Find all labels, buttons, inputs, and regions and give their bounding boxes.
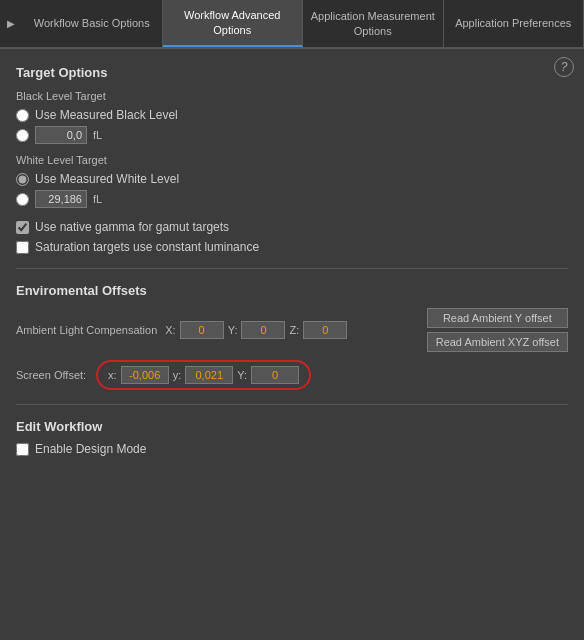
black-level-radio1[interactable] xyxy=(16,109,29,122)
screen-offset-row: Screen Offset: x: y: Y: xyxy=(16,360,568,390)
ambient-y-label: Y: xyxy=(228,324,238,336)
env-offsets-title: Enviromental Offsets xyxy=(16,283,568,298)
white-level-value-input[interactable] xyxy=(35,190,87,208)
saturation-label: Saturation targets use constant luminanc… xyxy=(35,240,259,254)
main-content: ? Target Options Black Level Target Use … xyxy=(0,49,584,640)
black-level-value-input[interactable] xyxy=(35,126,87,144)
ambient-y-input[interactable] xyxy=(241,321,285,339)
tab-workflow-advanced[interactable]: Workflow Advanced Options xyxy=(163,0,304,47)
tab-app-preferences[interactable]: Application Preferences xyxy=(444,0,585,47)
environmental-offsets-section: Enviromental Offsets Ambient Light Compe… xyxy=(16,283,568,390)
white-level-label: White Level Target xyxy=(16,154,568,166)
screen-x-input[interactable] xyxy=(121,366,169,384)
black-level-unit: fL xyxy=(93,129,102,141)
screen-Y-uppercase-label: Y: xyxy=(237,369,247,381)
white-level-radio2[interactable] xyxy=(16,193,29,206)
white-level-radio2-row: fL xyxy=(16,190,568,208)
target-options-title: Target Options xyxy=(16,65,568,80)
tab-bar: ▶ Workflow Basic Options Workflow Advanc… xyxy=(0,0,584,49)
ambient-x-input[interactable] xyxy=(180,321,224,339)
saturation-checkbox-row: Saturation targets use constant luminanc… xyxy=(16,240,568,254)
edit-workflow-title: Edit Workflow xyxy=(16,419,568,434)
ambient-z-input[interactable] xyxy=(303,321,347,339)
saturation-checkbox[interactable] xyxy=(16,241,29,254)
black-level-radio1-row: Use Measured Black Level xyxy=(16,108,568,122)
screen-Y-input[interactable] xyxy=(251,366,299,384)
screen-x-lowercase-label: x: xyxy=(108,369,117,381)
tab-arrow-icon[interactable]: ▶ xyxy=(0,0,22,47)
ambient-light-row: Ambient Light Compensation X: Y: Z: Read… xyxy=(16,308,568,352)
native-gamma-checkbox-row: Use native gamma for gamut targets xyxy=(16,220,568,234)
white-level-option1-label: Use Measured White Level xyxy=(35,172,179,186)
read-ambient-xyz-button[interactable]: Read Ambient XYZ offset xyxy=(427,332,568,352)
black-level-radio2[interactable] xyxy=(16,129,29,142)
screen-y-input[interactable] xyxy=(185,366,233,384)
screen-y-lowercase-label: y: xyxy=(173,369,182,381)
divider-2 xyxy=(16,404,568,405)
white-level-unit: fL xyxy=(93,193,102,205)
design-mode-checkbox[interactable] xyxy=(16,443,29,456)
ambient-light-label: Ambient Light Compensation xyxy=(16,324,157,336)
help-icon[interactable]: ? xyxy=(554,57,574,77)
native-gamma-label: Use native gamma for gamut targets xyxy=(35,220,229,234)
white-level-radio1-row: Use Measured White Level xyxy=(16,172,568,186)
ambient-z-label: Z: xyxy=(289,324,299,336)
tab-workflow-basic[interactable]: Workflow Basic Options xyxy=(22,0,163,47)
design-mode-checkbox-row: Enable Design Mode xyxy=(16,442,568,456)
target-options-section: Target Options Black Level Target Use Me… xyxy=(16,65,568,254)
screen-inputs-group: x: y: Y: xyxy=(96,360,311,390)
tab-app-measurement[interactable]: Application Measurement Options xyxy=(303,0,444,47)
ambient-buttons-group: Read Ambient Y offset Read Ambient XYZ o… xyxy=(427,308,568,352)
black-level-radio2-row: fL xyxy=(16,126,568,144)
design-mode-label: Enable Design Mode xyxy=(35,442,146,456)
white-level-radio1[interactable] xyxy=(16,173,29,186)
black-level-label: Black Level Target xyxy=(16,90,568,102)
screen-offset-label: Screen Offset: xyxy=(16,369,86,381)
read-ambient-y-button[interactable]: Read Ambient Y offset xyxy=(427,308,568,328)
black-level-option1-label: Use Measured Black Level xyxy=(35,108,178,122)
edit-workflow-section: Edit Workflow Enable Design Mode xyxy=(16,419,568,456)
divider-1 xyxy=(16,268,568,269)
ambient-x-label: X: xyxy=(165,324,175,336)
native-gamma-checkbox[interactable] xyxy=(16,221,29,234)
